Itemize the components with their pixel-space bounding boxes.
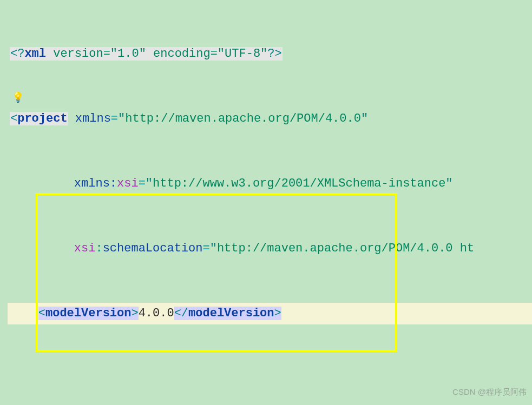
gutter: [0, 0, 8, 405]
code-line: <?xml version="1.0" encoding="UTF-8"?>: [8, 43, 532, 65]
code-line: xmlns:xsi="http://www.w3.org/2001/XMLSch…: [8, 173, 532, 195]
code-line-highlighted: <modelVersion>4.0.0</modelVersion>: [8, 303, 532, 324]
code-editor[interactable]: <?xml version="1.0" encoding="UTF-8"?> <…: [8, 0, 532, 405]
code-line: <project xmlns="http://maven.apache.org/…: [8, 108, 532, 130]
watermark: CSDN @程序员阿伟: [452, 381, 527, 403]
code-line: xsi:schemaLocation="http://maven.apache.…: [8, 238, 532, 260]
